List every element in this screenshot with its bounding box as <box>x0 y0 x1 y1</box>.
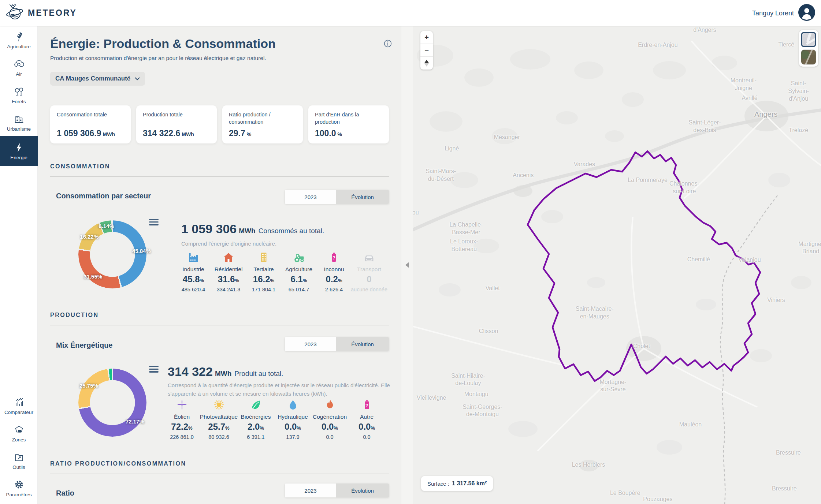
surface-label: Surface : <box>427 481 449 487</box>
stat-label: Part d'EnR dans la production <box>315 111 382 126</box>
sidebar-item-zones[interactable]: Zones <box>0 419 38 447</box>
sector-cog-n-ration: Cogénération 0.0% 0.0 <box>311 398 348 440</box>
page-subtitle: Production et consommation d'énergie par… <box>50 55 266 61</box>
chart-menu-icon[interactable] <box>149 366 159 373</box>
avatar[interactable] <box>798 4 815 22</box>
basemap-svg <box>413 26 821 504</box>
consumption-total-value: 1 059 306 <box>181 222 237 236</box>
sidebar-item-energie[interactable]: Energie <box>0 136 38 166</box>
section-divider <box>50 176 389 177</box>
house-icon <box>223 251 234 263</box>
cloud-search-icon <box>14 59 25 70</box>
svg-text:?: ? <box>333 255 335 261</box>
section-divider <box>50 474 389 474</box>
flame-icon <box>324 398 336 411</box>
tab-year[interactable]: 2023 <box>285 190 336 204</box>
consumption-note: Comprend l'énergie d'origine nucléaire. <box>181 240 276 248</box>
production-total-suffix: Produit au total. <box>234 370 283 377</box>
chevron-down-icon <box>135 75 140 82</box>
zones-icon <box>14 424 25 435</box>
surface-value: 1 317.56 km² <box>452 480 487 487</box>
sector-transport: Transport 0 aucune donnée <box>352 251 387 292</box>
car-icon <box>363 251 375 263</box>
sidebar-item-agriculture[interactable]: Agriculture <box>0 26 38 54</box>
section-heading: RATIO PRODUCTION/CONSOMMATION <box>50 460 186 467</box>
tractor-icon <box>293 251 305 263</box>
bolt-icon <box>14 142 25 153</box>
battery-question-icon: ? <box>361 398 373 411</box>
sector-tertiaire: Tertiaire 16.2% 171 804.1 <box>246 251 281 292</box>
sidebar-item-urbanisme[interactable]: Urbanisme <box>0 109 38 136</box>
sector-agriculture: Agriculture 6.1% 65 014.7 <box>281 251 316 292</box>
factory-icon <box>187 251 199 263</box>
stat-value: 100.0% <box>315 128 382 138</box>
chart-card-title: Mix Énergétique <box>56 341 112 350</box>
tab-evolution[interactable]: Évolution <box>336 484 389 497</box>
year-evolution-tabs: 2023 Évolution <box>285 337 389 351</box>
sidebar-item-comparateur[interactable]: Comparateur <box>0 392 38 419</box>
collapse-panel-icon[interactable] <box>405 262 409 268</box>
stat-card: Production totale 314 322.6MWh <box>136 105 217 143</box>
wind-turbine-icon <box>176 398 188 411</box>
page-title: Énergie: Production & Consommation <box>50 37 276 51</box>
battery-question-icon: ? <box>328 251 340 263</box>
stat-value: 314 322.6MWh <box>143 128 210 138</box>
chart-menu-icon[interactable] <box>149 219 159 225</box>
map-canvas[interactable]: Tiercéd'AngersErdre-en-AnjouMontreuil- J… <box>413 26 821 504</box>
consumption-donut-chart <box>78 220 146 288</box>
section-divider <box>50 325 389 325</box>
sidebar-item-outils[interactable]: Outils <box>0 447 38 474</box>
sector-r-sidentiel: Résidentiel 31.6% 334 241.3 <box>211 251 246 292</box>
stat-card: Ratio production / consommation 29.7% <box>222 105 303 143</box>
building-icon <box>258 251 270 263</box>
satellite-style-thumbnail[interactable] <box>801 49 816 65</box>
app-root: METEORY Tanguy Lorent AgricultureAirFore… <box>0 0 821 504</box>
sector-autre: ? Autre 0.0% 0.0 <box>348 398 385 440</box>
chart-card-title: Consommation par secteur <box>56 192 151 200</box>
stat-card: Consommation totale 1 059 306.9MWh <box>50 105 131 143</box>
buildings-icon <box>14 113 25 124</box>
user-name[interactable]: Tanguy Lorent <box>752 10 794 17</box>
compass-button[interactable] <box>420 57 433 70</box>
section-heading: CONSOMMATION <box>50 163 110 170</box>
logo[interactable]: METEORY <box>0 3 77 23</box>
tab-evolution[interactable]: Évolution <box>336 337 389 351</box>
map-style-thumbnail[interactable] <box>801 32 816 47</box>
zoom-out-button[interactable]: − <box>420 44 433 57</box>
year-evolution-tabs: 2023 Évolution <box>285 190 389 204</box>
section-heading: PRODUCTION <box>50 312 99 318</box>
tab-evolution[interactable]: Évolution <box>336 190 389 204</box>
sun-icon <box>213 398 225 411</box>
stat-value: 29.7% <box>229 128 296 138</box>
stat-card: Part d'EnR dans la production 100.0% <box>308 105 389 143</box>
chart-card-title: Ratio <box>56 489 74 497</box>
gear-icon <box>14 479 25 490</box>
sidebar-item-param-tres[interactable]: Paramètres <box>0 474 38 502</box>
urban-areas <box>513 101 788 471</box>
region-select-value: CA Mauges Communauté <box>55 75 130 82</box>
year-evolution-tabs: 2023 Évolution <box>285 484 389 497</box>
sector-industrie: Industrie 45.8% 485 620.4 <box>176 251 211 292</box>
sidebar: AgricultureAirForetsUrbanismeEnergie Com… <box>0 26 38 504</box>
droplet-icon <box>287 398 299 411</box>
tab-year[interactable]: 2023 <box>285 484 336 497</box>
leaf-icon <box>250 398 262 411</box>
consumption-total-unit: MWh <box>239 227 255 235</box>
stat-value: 1 059 306.9MWh <box>57 128 124 138</box>
map-controls: + − <box>420 31 433 70</box>
production-donut-chart <box>78 369 146 437</box>
tools-folder-icon <box>14 452 25 463</box>
tab-year[interactable]: 2023 <box>285 337 336 351</box>
zoom-in-button[interactable]: + <box>420 31 433 44</box>
region-select[interactable]: CA Mauges Communauté <box>50 72 145 86</box>
production-total-value: 314 322 <box>168 365 213 378</box>
svg-text:?: ? <box>365 403 368 408</box>
compare-chart-icon <box>14 397 25 408</box>
sector-inconnu: ? Inconnu 0.2% 2 626.4 <box>316 251 352 292</box>
sector-bio-nergies: Bioénergies 2.0% 6 391.1 <box>237 398 274 440</box>
layer-switcher <box>799 30 818 67</box>
info-icon[interactable] <box>384 40 392 49</box>
sector-hydraulique: Hydraulique 0.0% 137.9 <box>274 398 311 440</box>
sidebar-item-air[interactable]: Air <box>0 54 38 81</box>
sidebar-item-forets[interactable]: Forets <box>0 81 38 109</box>
